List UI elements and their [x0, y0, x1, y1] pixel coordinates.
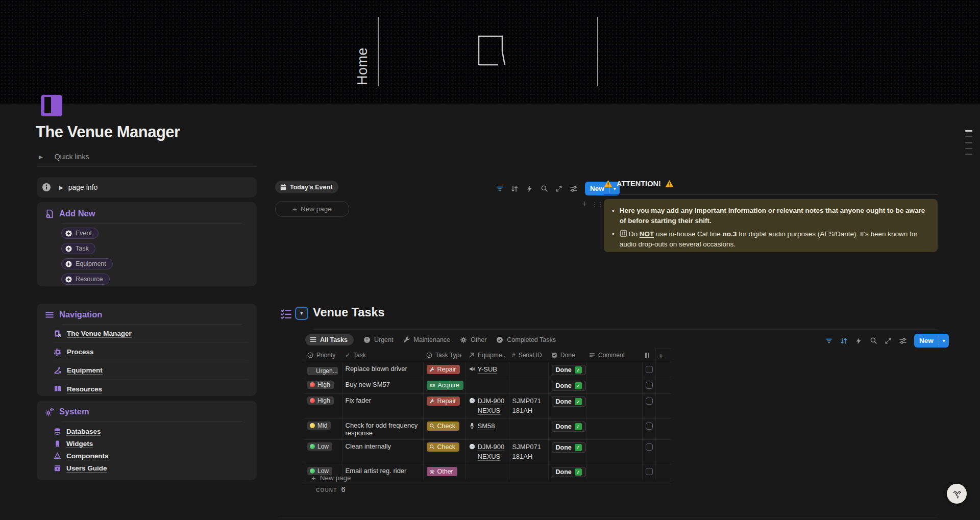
quick-links-toggle[interactable]: ▶ Quick links	[39, 153, 89, 161]
sys-link-widgets[interactable]: Widgets	[54, 437, 249, 450]
table-count: COUNT 6	[316, 485, 346, 493]
done-tag: Done✓	[552, 365, 586, 375]
check-icon: ✓	[575, 366, 582, 374]
plus-icon: +	[311, 474, 316, 482]
navigation-title: Navigation	[59, 310, 102, 319]
view-settings-icon[interactable]	[897, 335, 909, 347]
nav-link-equipment[interactable]: Equipment	[54, 361, 249, 380]
venue-tasks-title: Venue Tasks	[313, 306, 385, 319]
page-link-icon	[54, 330, 62, 338]
row-checkbox[interactable]	[646, 423, 653, 430]
tab-urgent[interactable]: Urgent	[363, 336, 394, 343]
automation-icon[interactable]	[523, 183, 535, 195]
sort-icon[interactable]	[838, 335, 850, 347]
divider	[313, 329, 938, 330]
page-icon[interactable]	[41, 95, 62, 116]
table-row[interactable]: Mid Check for odd frequency response Che…	[304, 418, 671, 439]
sys-link-databases[interactable]: Databases	[54, 425, 249, 437]
attention-callout: • Here you may add any important informa…	[604, 199, 938, 252]
expand-icon[interactable]	[882, 335, 894, 347]
drag-handle-icon[interactable]: ⋮⋮	[592, 201, 603, 208]
task-type-tag: Check	[427, 422, 459, 431]
equipment-link[interactable]: DJM-900 NEXUS	[469, 397, 505, 416]
tab-maintenance[interactable]: Maintenance	[403, 336, 451, 343]
table-row[interactable]: High Buy new SM57 Acquire Done✓	[304, 378, 671, 394]
tab-all-tasks[interactable]: All Tasks	[305, 334, 354, 345]
page-title: The Venue Manager	[36, 123, 180, 141]
task-cell: Check for odd frequency response	[342, 418, 423, 439]
row-checkbox[interactable]	[646, 398, 653, 405]
view-tab-label: Today's Event	[290, 184, 332, 191]
doodle-face-icon	[951, 488, 963, 500]
chip-icon	[54, 348, 62, 356]
new-entry-button[interactable]: New ▾	[914, 334, 949, 348]
plus-icon: +	[292, 205, 297, 213]
table-row[interactable]: Urgen... Replace blown driver Repair Y-S…	[304, 362, 671, 378]
row-checkbox[interactable]	[646, 366, 653, 373]
row-checkbox[interactable]	[646, 443, 653, 451]
add-task-button[interactable]: Task	[61, 243, 95, 254]
count-label[interactable]: COUNT	[316, 487, 337, 493]
column-done[interactable]: Done	[548, 349, 586, 362]
microphone-icon	[469, 423, 475, 429]
tab-todays-event[interactable]: Today's Event	[275, 181, 338, 193]
collection-toggle-button[interactable]: ▼	[295, 307, 308, 320]
nav-link-resources[interactable]: Resources	[54, 380, 249, 398]
sort-icon[interactable]	[508, 183, 521, 195]
column-equipment[interactable]: Equipme...	[465, 349, 509, 362]
sys-link-components[interactable]: Components	[54, 450, 249, 462]
nav-link-process[interactable]: Process	[54, 343, 249, 361]
chevron-down-icon[interactable]: ▾	[939, 334, 949, 348]
navigation-section: Navigation The Venue Manager Process Equ…	[37, 304, 257, 396]
automation-icon[interactable]	[852, 335, 865, 347]
column-comment[interactable]: Comment	[586, 349, 642, 362]
table-new-page-button[interactable]: + New page	[304, 471, 671, 485]
row-checkbox[interactable]	[646, 382, 653, 389]
add-column-icon[interactable]: +	[659, 351, 664, 360]
ai-assistant-button[interactable]	[947, 484, 967, 504]
page-info-label: page info	[68, 183, 98, 191]
system-title: System	[59, 407, 89, 416]
add-event-button[interactable]: Event	[61, 228, 99, 239]
urgent-icon	[363, 336, 371, 343]
column-task-type[interactable]: Task Type	[423, 349, 465, 362]
nav-link-venue-manager[interactable]: The Venue Manager	[54, 325, 249, 343]
column-task[interactable]: ✓ Task	[342, 349, 423, 362]
wrench-icon	[429, 367, 435, 373]
table-of-contents-indicator[interactable]	[965, 130, 972, 155]
task-cell: Fix fader	[342, 394, 423, 419]
column-serial-id[interactable]: # Serial ID	[509, 349, 548, 362]
view-settings-icon[interactable]	[568, 183, 580, 195]
warning-icon	[665, 180, 674, 188]
add-resource-button[interactable]: Resource	[61, 274, 110, 285]
table-row[interactable]: Low Clean internally Check DJM-900 NEXUS…	[304, 439, 671, 464]
column-priority[interactable]: Priority	[304, 349, 342, 362]
search-icon[interactable]	[867, 335, 879, 347]
equipment-link[interactable]: SM58	[469, 422, 495, 431]
table-row[interactable]: High Fix fader Repair DJM-900 NEXUS SJMP…	[304, 394, 671, 419]
add-block-icon[interactable]: +	[582, 199, 587, 210]
search-icon[interactable]	[538, 183, 550, 195]
wrench-icon	[403, 336, 410, 343]
task-type-tag: Check	[427, 442, 459, 452]
banner-line-right	[597, 17, 598, 86]
page-info-toggle[interactable]: ▶ page info	[37, 177, 257, 197]
hide-columns-icon[interactable]	[645, 353, 649, 358]
filter-icon[interactable]	[494, 183, 506, 195]
equipment-link[interactable]: DJM-900 NEXUS	[469, 442, 505, 462]
tab-other[interactable]: Other	[460, 336, 486, 343]
filter-icon[interactable]	[823, 335, 835, 347]
sys-link-users-guide[interactable]: Users Guide	[54, 462, 249, 474]
task-cell: Buy new SM57	[342, 378, 423, 394]
priority-tag: Urgen...	[307, 367, 338, 375]
add-equipment-button[interactable]: Equipment	[61, 258, 113, 269]
divider	[37, 166, 257, 167]
equipment-link[interactable]: Y-SUB	[469, 365, 498, 375]
expand-icon[interactable]	[553, 183, 565, 195]
column-controls	[642, 349, 655, 362]
bullet-icon: •	[612, 206, 615, 226]
equipment-icon	[54, 366, 62, 375]
new-page-button[interactable]: + New page	[275, 201, 349, 217]
tab-completed-tasks[interactable]: Completed Tasks	[496, 336, 556, 343]
task-type-tag: Repair	[427, 365, 460, 374]
